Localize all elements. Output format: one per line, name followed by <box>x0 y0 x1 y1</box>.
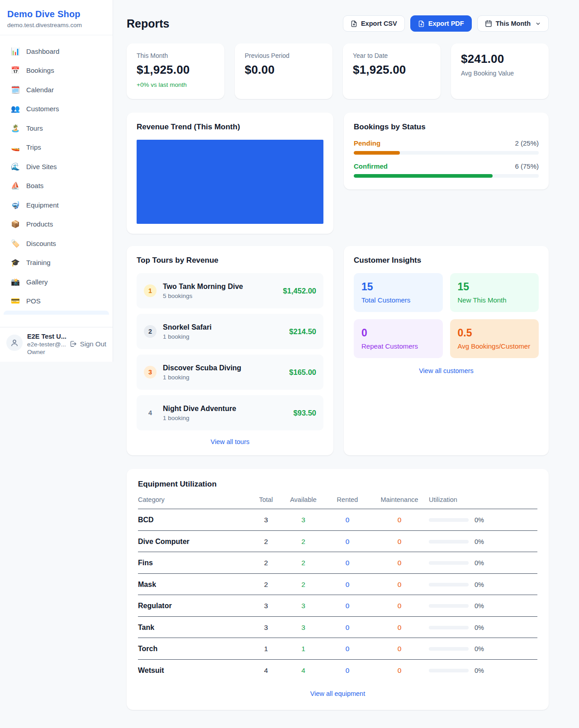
progress-track <box>354 174 539 178</box>
status-label: Confirmed <box>354 162 388 170</box>
stat-label: Avg Booking Value <box>461 70 539 77</box>
view-all-customers-link[interactable]: View all customers <box>354 367 539 374</box>
tile-label: New This Month <box>458 296 532 304</box>
equipment-category: Mask <box>138 581 250 589</box>
sidebar-item-dive-sites[interactable]: 🌊 Dive Sites <box>4 157 109 176</box>
utilization-bar <box>429 540 469 544</box>
utilization-cell: 0% <box>429 667 537 674</box>
top-tours-card: Top Tours by Revenue 1 Two Tank Morning … <box>127 246 333 455</box>
customer-insights-card: Customer Insights 15 Total Customers 15 … <box>344 246 549 455</box>
export-pdf-button[interactable]: Export PDF <box>410 15 472 32</box>
sidebar-item-discounts[interactable]: 🏷️ Discounts <box>4 234 109 253</box>
sidebar-item-label: Dive Sites <box>26 163 57 170</box>
sidebar-item-products[interactable]: 📦 Products <box>4 215 109 234</box>
dashboard-icon: 📊 <box>11 47 20 56</box>
utilization-bar <box>429 518 469 522</box>
utilization-cell: 0% <box>429 602 537 610</box>
equipment-maintenance: 0 <box>370 581 429 589</box>
sidebar-item-customers[interactable]: 👥 Customers <box>4 99 109 119</box>
column-header-category: Category <box>138 496 250 503</box>
tour-name: Discover Scuba Diving <box>163 364 283 372</box>
sidebar-item-bookings[interactable]: 📅 Bookings <box>4 61 109 80</box>
tile-label: Repeat Customers <box>361 342 435 350</box>
equipment-maintenance: 0 <box>370 516 429 524</box>
bookings-by-status-title: Bookings by Status <box>354 123 539 132</box>
sidebar-item-label: Discounts <box>26 240 56 247</box>
stat-value: $241.00 <box>461 52 539 66</box>
sidebar-item-label: Boats <box>26 182 43 189</box>
rank-badge: 1 <box>144 284 157 297</box>
sidebar-item-dashboard[interactable]: 📊 Dashboard <box>4 42 109 61</box>
sidebar: Demo Dive Shop demo.test.divestreams.com… <box>0 0 113 362</box>
utilization-bar <box>429 626 469 629</box>
sidebar-item-label: Dashboard <box>26 47 59 55</box>
tour-name: Two Tank Morning Dive <box>163 283 277 291</box>
equipment-available: 3 <box>282 602 325 610</box>
equipment-total: 2 <box>250 538 282 546</box>
view-all-tours-link[interactable]: View all tours <box>137 438 323 445</box>
utilization-cell: 0% <box>429 559 537 567</box>
utilization-bar <box>429 604 469 608</box>
sidebar-item-training[interactable]: 🎓 Training <box>4 253 109 273</box>
equipment-icon: 🤿 <box>11 201 20 209</box>
equipment-category: BCD <box>138 516 250 524</box>
avatar <box>6 335 23 351</box>
utilization-cell: 0% <box>429 624 537 631</box>
tile-label: Avg Bookings/Customer <box>458 342 532 350</box>
utilization-bar <box>429 647 469 651</box>
utilization-percent: 0% <box>475 602 484 610</box>
sidebar-item-trips[interactable]: 🚤 Trips <box>4 138 109 157</box>
sidebar-item-equipment[interactable]: 🤿 Equipment <box>4 195 109 215</box>
table-row: Tank 3 3 0 0 0% <box>138 617 537 638</box>
utilization-percent: 0% <box>475 667 484 674</box>
sign-out-button[interactable]: Sign Out <box>69 340 106 348</box>
stat-label: This Month <box>137 52 214 59</box>
period-dropdown[interactable]: This Month <box>477 15 549 32</box>
equipment-maintenance: 0 <box>370 667 429 675</box>
training-icon: 🎓 <box>11 258 20 267</box>
stat-label: Previous Period <box>245 52 323 59</box>
trips-icon: 🚤 <box>11 143 20 151</box>
sidebar-item-boats[interactable]: ⛵ Boats <box>4 176 109 196</box>
export-csv-button[interactable]: Export CSV <box>343 15 405 32</box>
sidebar-item-tours[interactable]: 🏝️ Tours <box>4 118 109 138</box>
tour-amount: $214.50 <box>289 327 316 336</box>
sidebar-item-label: Tours <box>26 124 43 132</box>
equipment-rented: 0 <box>325 559 370 567</box>
tour-amount: $93.50 <box>294 409 316 417</box>
equipment-rented: 0 <box>325 602 370 610</box>
bookings-icon: 📅 <box>11 66 20 75</box>
stat-label: Year to Date <box>353 52 431 59</box>
sidebar-item-gallery[interactable]: 📸 Gallery <box>4 272 109 292</box>
equipment-table: Category Total Available Rented Maintena… <box>138 496 537 681</box>
list-item: 4 Night Dive Adventure 1 booking $93.50 <box>137 395 323 430</box>
top-tours-title: Top Tours by Revenue <box>137 256 323 265</box>
stat-card-year-to-date: Year to Date $1,925.00 <box>343 43 441 99</box>
sidebar-item-pos[interactable]: 💳 POS <box>4 292 109 311</box>
column-header-maintenance: Maintenance <box>370 496 429 503</box>
tile-label: Total Customers <box>361 296 435 304</box>
shop-domain: demo.test.divestreams.com <box>7 22 105 28</box>
utilization-cell: 0% <box>429 645 537 652</box>
equipment-maintenance: 0 <box>370 602 429 610</box>
user-role: Owner <box>27 349 65 355</box>
sidebar-nav: 📊 Dashboard 📅 Bookings 🗓️ Calendar 👥 Cus… <box>0 35 113 327</box>
shop-name: Demo Dive Shop <box>7 9 105 19</box>
rank-badge: 3 <box>144 366 157 378</box>
sidebar-item-label: Products <box>26 220 53 228</box>
stat-value: $1,925.00 <box>137 63 214 77</box>
revenue-trend-card: Revenue Trend (This Month) <box>127 113 333 234</box>
equipment-category: Fins <box>138 559 250 567</box>
equipment-rented: 0 <box>325 538 370 546</box>
status-row-confirmed: Confirmed 6 (75%) <box>354 162 539 178</box>
sidebar-item-reports-active-partial[interactable] <box>4 311 109 315</box>
sidebar-item-label: POS <box>26 297 41 305</box>
equipment-utilization-card: Equipment Utilization Category Total Ava… <box>127 469 549 710</box>
table-row: Mask 2 2 0 0 0% <box>138 574 537 596</box>
sidebar-item-calendar[interactable]: 🗓️ Calendar <box>4 80 109 99</box>
tour-name: Night Dive Adventure <box>163 405 287 413</box>
tour-amount: $165.00 <box>289 368 316 377</box>
equipment-utilization-title: Equipment Utilization <box>138 480 537 489</box>
view-all-equipment-link[interactable]: View all equipment <box>138 690 537 697</box>
equipment-maintenance: 0 <box>370 538 429 546</box>
